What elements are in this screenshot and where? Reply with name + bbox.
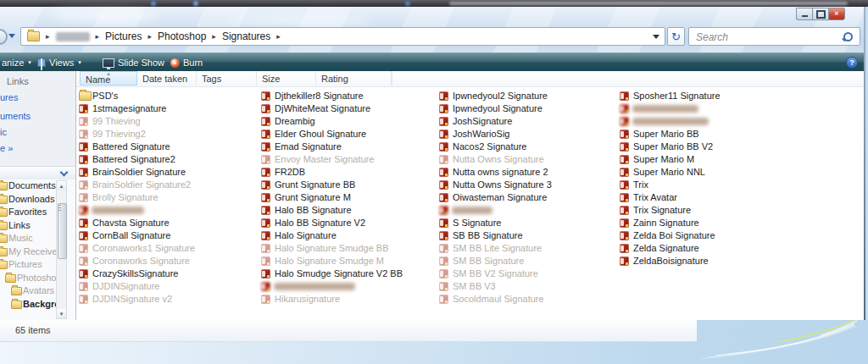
minimize-button[interactable] [796, 8, 812, 20]
tree-item[interactable]: Avatars [0, 284, 58, 297]
file-item[interactable]: Zelda Signature [620, 242, 799, 255]
file-item[interactable]: Zelda Boi Signature [620, 229, 799, 242]
file-item[interactable]: SM BB Lite Signature [439, 242, 619, 255]
file-item[interactable]: Grunt Signature BB [261, 179, 441, 191]
refresh-button[interactable]: ↻ [667, 27, 685, 46]
file-item[interactable]: Super Mario BB [620, 128, 799, 141]
file-item[interactable]: Oiwasteman Signature [439, 191, 619, 204]
sidebar-link[interactable]: e » [0, 143, 13, 153]
file-item[interactable]: JoshSignature [439, 115, 619, 128]
scroll-down-icon[interactable]: ▼ [57, 309, 66, 318]
file-item[interactable]: Super Mario M [620, 153, 799, 166]
file-item[interactable]: Brolly Signature [79, 191, 259, 204]
tree-item[interactable]: Downloads [0, 193, 58, 206]
tree-item[interactable]: My Received F [0, 245, 58, 258]
sidebar-link[interactable]: ures [0, 92, 18, 102]
file-item[interactable]: CrazySkillsSignature [79, 267, 259, 280]
file-item[interactable]: Super Mario BB V2 [620, 141, 799, 153]
folders-band[interactable] [0, 166, 75, 180]
file-item[interactable]: SM BB V2 Signature [439, 267, 619, 280]
column-header-date-taken[interactable]: Date taken [137, 71, 197, 85]
column-header-rating[interactable]: Rating [316, 71, 392, 85]
file-item[interactable]: Nutta owns signature 2 [439, 166, 619, 179]
file-item[interactable]: Zainn Signature [620, 217, 799, 229]
history-dropdown-icon[interactable] [8, 34, 15, 38]
tree-item[interactable]: Backgroun [0, 298, 58, 311]
breadcrumb-crumb[interactable]: Signatures [222, 30, 270, 42]
file-item[interactable]: 99 Thieving [79, 115, 259, 128]
file-item[interactable]: 99 Thieving2 [79, 128, 259, 141]
file-item[interactable]: Grunt Signature M [261, 191, 441, 204]
folder-item[interactable]: PSD's [79, 90, 259, 102]
file-item[interactable]: Coronaworks Signature [79, 255, 259, 267]
column-header-size[interactable]: Size [257, 71, 316, 85]
file-item[interactable]: S Signature [439, 217, 619, 229]
file-item[interactable]: JoshWarioSig [439, 128, 619, 141]
organize-button[interactable]: anize ▾ [2, 56, 31, 69]
file-item[interactable]: Coronaworks1 Signature [79, 242, 259, 255]
file-item[interactable]: Ipwnedyoul2 Signature [439, 90, 619, 102]
column-header-name[interactable]: Name▲ [80, 71, 137, 85]
file-item-censored[interactable] [620, 102, 799, 115]
file-item[interactable]: ZeldaBoisignature [620, 255, 799, 267]
file-item[interactable]: FR2DB [261, 166, 441, 179]
file-item[interactable]: Dreambig [261, 115, 441, 128]
file-item[interactable]: DJDINSignature [79, 280, 259, 293]
file-item[interactable]: Halo Signature Smudge M [261, 255, 441, 267]
burn-button[interactable]: Burn [170, 56, 203, 69]
tree-item[interactable]: Photoshop [0, 272, 58, 284]
file-item[interactable]: Halo Signature [261, 229, 441, 242]
file-item[interactable]: Nutta Owns Signature [439, 153, 619, 166]
file-item-censored[interactable] [261, 280, 441, 293]
file-item[interactable]: 1stmagesignature [79, 102, 259, 115]
search-input[interactable] [694, 30, 842, 45]
tree-item[interactable]: Documents [0, 179, 58, 192]
maximize-button[interactable] [812, 8, 828, 20]
tree-item[interactable]: Pictures [0, 258, 58, 271]
file-item[interactable]: Halo BB Signature [261, 204, 441, 217]
tree-item[interactable]: Music [0, 232, 58, 245]
file-item[interactable]: Hikarusignature [261, 293, 441, 306]
file-item[interactable]: BrainSoldier Signature [79, 166, 259, 179]
file-item[interactable]: Battered Signature [79, 141, 259, 153]
file-item[interactable]: Trix Avatar [620, 191, 799, 204]
column-header-tags[interactable]: Tags [197, 71, 257, 85]
help-button[interactable]: ? [846, 57, 858, 69]
slideshow-button[interactable]: Slide Show [103, 56, 164, 69]
file-item-censored[interactable] [79, 204, 259, 217]
file-item[interactable]: Nacos2 Signature [439, 141, 619, 153]
breadcrumb-crumb[interactable]: Photoshop [158, 30, 206, 42]
file-item[interactable]: Emad Signature [261, 141, 441, 153]
file-item[interactable]: Nutta Owns Signature 3 [439, 179, 619, 191]
file-item[interactable]: Elder Ghoul Signature [261, 128, 441, 141]
file-item[interactable]: Halo BB Signature V2 [261, 217, 441, 229]
views-button[interactable]: Views ▾ [37, 56, 81, 69]
file-item[interactable]: Djthekiller8 Signature [261, 90, 441, 102]
tree-scrollbar[interactable]: ▲ ▼ [56, 180, 67, 319]
scrollbar-thumb[interactable] [58, 203, 67, 259]
chevron-down-icon[interactable] [60, 168, 69, 177]
file-item[interactable]: Trix [620, 179, 799, 191]
file-item[interactable]: Super Mario NNL [620, 166, 799, 179]
file-item[interactable]: Ipwnedyoul Signature [439, 102, 619, 115]
file-item[interactable]: SM BB Signature [439, 255, 619, 267]
file-item-censored[interactable] [620, 115, 799, 128]
file-item[interactable]: DjWhiteMeat Signature [261, 102, 441, 115]
address-dropdown-icon[interactable] [653, 35, 659, 39]
scroll-up-icon[interactable]: ▲ [57, 181, 66, 190]
file-item[interactable]: Trix Signature [620, 204, 799, 217]
file-item[interactable]: Battered Signature2 [79, 153, 259, 166]
tree-item[interactable]: Favorites [0, 206, 58, 218]
tree-item[interactable]: Links [0, 219, 58, 232]
file-item[interactable]: Halo Smudge Signature V2 BB [261, 267, 441, 280]
file-item[interactable]: CornBall Signature [79, 229, 259, 242]
file-item[interactable]: Envoy Master Signature [261, 153, 441, 166]
file-item[interactable]: Halo Signature Smudge BB [261, 242, 441, 255]
file-item[interactable]: SB BB Signature [439, 229, 619, 242]
sidebar-link[interactable]: uments [0, 111, 31, 121]
file-item[interactable]: SM BB V3 [439, 280, 619, 293]
file-item[interactable]: BrainSoldier Signature2 [79, 179, 259, 191]
file-item[interactable]: DJDINSignature v2 [79, 293, 259, 306]
file-item[interactable]: Sposher11 Signature [620, 90, 799, 102]
file-item-censored[interactable] [439, 204, 619, 217]
